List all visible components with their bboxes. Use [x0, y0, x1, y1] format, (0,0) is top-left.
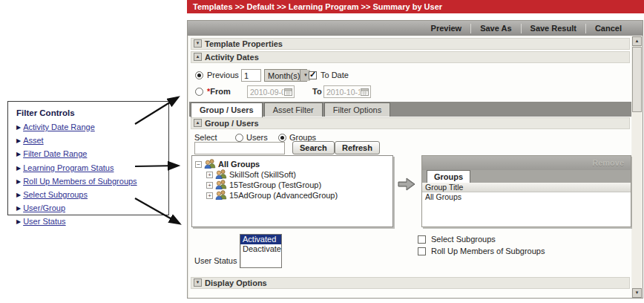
collapse-icon[interactable]: ▼: [194, 39, 202, 48]
previous-radio[interactable]: [195, 71, 203, 79]
to-date-label: To Date: [321, 71, 349, 79]
section-title: Display Options: [205, 278, 267, 288]
previous-label: Previous: [207, 71, 239, 79]
toolbar: PreviewSave AsSave ResultCancel: [188, 21, 643, 36]
calendar-icon[interactable]: [284, 88, 292, 96]
tree-expand-icon[interactable]: +: [206, 172, 213, 178]
refresh-button[interactable]: Refresh: [335, 141, 380, 154]
add-to-selection-arrow-icon[interactable]: [398, 177, 416, 192]
scroll-down-icon[interactable]: ▼: [632, 288, 642, 298]
tree-collapse-icon[interactable]: −: [195, 161, 202, 168]
group-icon: [204, 159, 216, 169]
report-template-window: Templates >> Default >> Learning Program…: [187, 0, 644, 299]
link-bullet-icon: ▶: [16, 216, 21, 228]
group-icon: [215, 169, 227, 179]
groups-tab[interactable]: Groups: [427, 170, 470, 183]
filter-link-label: User Status: [23, 217, 65, 226]
template-content: ▼Template Properties ▲Activity Dates Pre…: [189, 36, 631, 298]
user-status-label: User Status: [194, 256, 237, 265]
preview-button[interactable]: Preview: [422, 24, 471, 33]
scroll-up-icon[interactable]: ▲: [632, 36, 642, 46]
tree-node-all-groups[interactable]: −All Groups: [195, 159, 392, 169]
save-result-button[interactable]: Save Result: [521, 24, 585, 33]
section-template-properties: ▼Template Properties: [191, 38, 630, 50]
link-bullet-icon: ▶: [16, 149, 21, 160]
section-title: Activity Dates: [205, 52, 259, 62]
filter-link-label: Filter Date Range: [23, 149, 87, 158]
vertical-scrollbar[interactable]: ▲ ▼: [632, 36, 642, 298]
calendar-icon[interactable]: [361, 88, 369, 96]
rollup-members-label: Roll Up Members of Subgroups: [431, 247, 545, 255]
users-radio[interactable]: [235, 134, 243, 142]
collapse-icon[interactable]: ▲: [194, 53, 202, 61]
tree-node-skillsoft[interactable]: +SkillSoft (SkillSoft): [195, 169, 392, 180]
user-status-listbox[interactable]: Activated Deactivated: [240, 234, 282, 268]
link-bullet-icon: ▶: [16, 203, 21, 215]
annotation-arrows: [126, 85, 193, 234]
section-title: Group / Users: [205, 118, 259, 128]
collapse-icon[interactable]: ▼: [194, 278, 202, 287]
breadcrumb: Templates >> Default >> Learning Program…: [187, 0, 644, 13]
collapse-icon[interactable]: ▲: [194, 119, 202, 127]
link-bullet-icon: ▶: [16, 163, 21, 175]
section-activity-dates: ▲Activity Dates: [191, 51, 630, 63]
tree-node-15adgroup[interactable]: +15AdGroup (AdvancedGroup): [195, 190, 392, 201]
tree-node-15testgroup[interactable]: +15TestGroup (TestGroup): [195, 180, 392, 190]
section-display-options: ▼Display Options: [191, 277, 630, 289]
template-panel: PreviewSave AsSave ResultCancel ▼Templat…: [187, 20, 643, 299]
rollup-members-checkbox[interactable]: [418, 247, 426, 255]
selected-groups-tabrow: Groups: [422, 170, 631, 183]
from-date-input[interactable]: [250, 88, 283, 97]
from-radio[interactable]: [195, 88, 203, 96]
select-subgroups-label: Select Subgroups: [431, 235, 496, 244]
scrollbar-thumb[interactable]: [632, 47, 642, 112]
group-icon: [215, 180, 227, 189]
filter-link-label: User/Group: [23, 203, 65, 212]
to-label: To: [312, 87, 322, 96]
search-input[interactable]: [194, 142, 285, 154]
cancel-button[interactable]: Cancel: [585, 24, 631, 33]
tabstrip: Group / UsersAsset FilterFilter Options: [189, 102, 631, 117]
user-status-option-deactivated[interactable]: Deactivated: [240, 244, 281, 254]
save-as-button[interactable]: Save As: [470, 24, 520, 33]
from-label-text: From: [210, 87, 231, 96]
tab-asset-filter[interactable]: Asset Filter: [264, 102, 323, 117]
previous-count-input[interactable]: [241, 69, 261, 82]
selected-group-row[interactable]: All Groups: [422, 192, 631, 202]
selected-groups-panel: Remove Groups Group Title All Groups: [421, 155, 631, 227]
filter-link-label: Select Subgroups: [23, 190, 88, 199]
tab-group-users[interactable]: Group / Users: [191, 102, 263, 117]
search-button[interactable]: Search: [292, 141, 335, 154]
remove-button[interactable]: Remove: [592, 158, 624, 167]
tree-expand-icon[interactable]: +: [206, 192, 213, 199]
filter-link-label: Asset: [23, 136, 44, 145]
to-date-input[interactable]: [326, 88, 360, 97]
period-select-value: Month(s): [265, 71, 300, 80]
from-label: *From: [207, 87, 231, 96]
tree-node-label: 15TestGroup (TestGroup): [229, 180, 321, 189]
selected-groups-header: Remove: [422, 156, 631, 170]
section-title: Template Properties: [205, 39, 283, 49]
tree-node-label: All Groups: [218, 160, 260, 169]
select-label: Select: [194, 133, 217, 142]
group-icon: [215, 190, 227, 200]
tree-node-label: 15AdGroup (AdvancedGroup): [229, 191, 338, 200]
filter-link-label: Learning Program Status: [23, 163, 114, 172]
filter-link-label: Roll Up Members of Subgroups: [23, 177, 137, 186]
period-select[interactable]: Month(s) ▼: [264, 69, 307, 82]
users-radio-label: Users: [246, 133, 268, 142]
tree-expand-icon[interactable]: +: [206, 182, 213, 189]
tab-filter-options[interactable]: Filter Options: [324, 102, 390, 117]
to-date-checkbox[interactable]: [309, 71, 317, 79]
groups-radio[interactable]: [278, 134, 286, 142]
tree-node-label: SkillSoft (SkillSoft): [229, 170, 296, 179]
filter-link-label: Activity Date Range: [23, 123, 95, 131]
from-date-field: [247, 85, 295, 98]
link-bullet-icon: ▶: [16, 135, 21, 147]
link-bullet-icon: ▶: [16, 122, 21, 134]
group-title-column-header[interactable]: Group Title: [422, 183, 631, 192]
to-date-field: [323, 85, 371, 98]
select-subgroups-checkbox[interactable]: [418, 235, 426, 244]
groups-tree: −All Groups +SkillSoft (SkillSoft) +15Te…: [191, 155, 393, 227]
user-status-option-activated[interactable]: Activated: [240, 235, 281, 244]
